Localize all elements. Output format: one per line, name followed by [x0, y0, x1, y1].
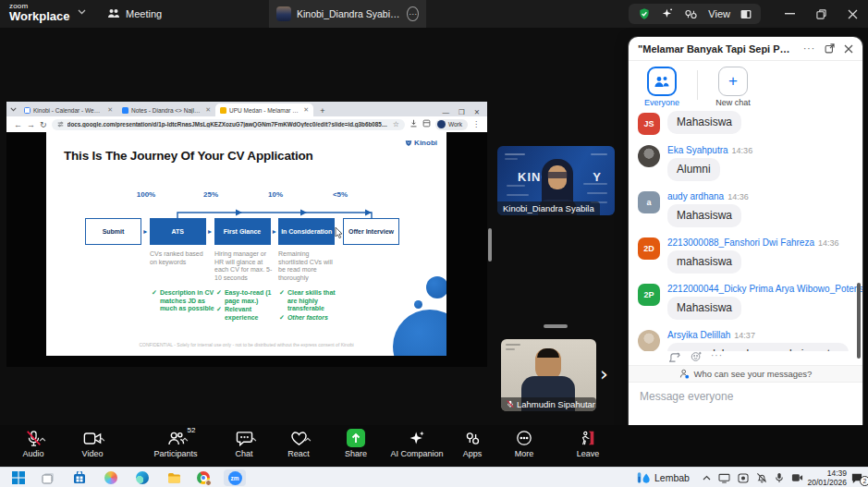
browser-tab-3[interactable]: UPU Medan - Melamar Banyak✕	[215, 103, 313, 116]
browser-back-icon[interactable]: ←	[14, 120, 22, 129]
notification-center[interactable]: 2	[850, 470, 868, 486]
more-actions-icon[interactable]: ···	[711, 351, 723, 362]
taskbar-app-edge-icon[interactable]	[131, 469, 153, 486]
control-label: More	[515, 449, 534, 458]
tab-shared-screen[interactable]: Kinobi_Diandra Syabila's screen ···	[269, 0, 426, 28]
chat-tab-everyone[interactable]: Everyone	[640, 67, 684, 107]
taskbar-app-explorer-icon[interactable]	[163, 469, 185, 486]
chat-close-icon[interactable]	[844, 44, 853, 54]
control-more[interactable]: More	[489, 429, 559, 458]
browser-minimize-icon[interactable]: —	[442, 108, 449, 116]
control-chevron-up-icon[interactable]	[98, 437, 105, 442]
chat-message: aaudy ardhana14:36Mahasiswa	[638, 189, 853, 227]
taskbar-app-store-icon[interactable]	[68, 469, 91, 486]
participants-count-badge: 52	[188, 427, 196, 434]
taskbar-clock[interactable]: 14:39 20/01/2026	[793, 469, 847, 487]
gallery-view-icon[interactable]	[684, 8, 698, 20]
chat-more-icon[interactable]: ···	[803, 43, 815, 54]
browser-url-field[interactable]: docs.google.com/presentation/d/1p-IdtcRn…	[52, 119, 405, 130]
brand-chevron-down-icon[interactable]	[78, 9, 86, 15]
video-thumbnail-diandra[interactable]: KINO Y Kinobi_Diandra Syabila	[497, 146, 615, 215]
tray-mic-icon[interactable]	[775, 472, 784, 483]
tab-close-icon[interactable]: ✕	[303, 106, 309, 114]
screen-record-icon[interactable]	[738, 473, 749, 483]
browser-restore-icon[interactable]: ❐	[458, 108, 465, 116]
chat-message-header: 2213000088_Fanshori Dwi Fahreza14:36	[667, 237, 853, 248]
add-reaction-icon[interactable]	[691, 351, 702, 362]
screen-tab-options-icon[interactable]: ···	[407, 6, 419, 21]
taskbar-weather[interactable]: Lembab	[636, 468, 690, 487]
tab-close-icon[interactable]: ✕	[205, 106, 211, 114]
browser-forward-icon[interactable]: →	[27, 120, 35, 129]
browser-tab-1[interactable]: Kinobi - Calendar - Week of 1✕	[19, 103, 117, 116]
next-videos-chevron-icon[interactable]: ›	[600, 362, 608, 385]
chat-avatar: a	[638, 191, 660, 213]
everyone-label: Everyone	[644, 98, 679, 107]
chat-avatar	[638, 145, 660, 167]
check-icon: ✓	[152, 289, 157, 313]
control-leave[interactable]: Leave	[553, 429, 623, 458]
taskbar-app-copilot-icon[interactable]	[100, 469, 122, 486]
control-share[interactable]: Share	[321, 429, 391, 458]
tray-chevron-up-icon[interactable]	[703, 475, 711, 481]
presentation-slide: Kinobi This Is The Journey Of Your CV Ap…	[46, 132, 446, 356]
tab-meeting[interactable]: Meeting	[107, 0, 162, 28]
extensions-icon[interactable]	[422, 119, 431, 129]
chat-tab-new-chat[interactable]: + New chat	[711, 67, 755, 107]
browser-menu-icon[interactable]: ⋮	[472, 120, 480, 128]
control-video[interactable]: Video	[57, 429, 128, 458]
control-participants[interactable]: 52Participants	[141, 429, 211, 458]
taskbar-app-taskview-icon[interactable]	[37, 469, 59, 486]
browser-tab-2[interactable]: Notes - Diandra <> Najla - Bri✕	[117, 103, 215, 116]
privacy-note[interactable]: Who can see your messages?	[629, 365, 862, 383]
reply-icon[interactable]	[669, 351, 681, 362]
control-chevron-up-icon[interactable]	[250, 437, 257, 442]
control-label: Chat	[235, 449, 252, 458]
message-bubble[interactable]: mahasiswa	[667, 250, 741, 274]
window-minimize-button[interactable]	[774, 0, 805, 28]
taskbar-app-start-icon[interactable]	[7, 469, 30, 486]
window-close-button[interactable]	[837, 0, 868, 28]
chat-avatar: 2D	[638, 237, 660, 260]
tab-close-icon[interactable]: ✕	[107, 106, 113, 114]
ai-sparkle-icon[interactable]	[661, 7, 674, 20]
message-bubble[interactable]: saya udah melamar pakai cv ats juga tete…	[667, 343, 849, 351]
browser-profile-chip[interactable]: Work	[435, 119, 468, 130]
checklist-item: ✓Relevant experience	[216, 306, 279, 322]
window-restore-button[interactable]	[805, 0, 837, 28]
taskbar-app-chrome-icon[interactable]	[192, 469, 214, 486]
message-bubble[interactable]: Mahasiswa	[667, 204, 741, 227]
view-layout-icon[interactable]	[740, 9, 752, 19]
taskbar-app-zoom-icon[interactable]: zm	[224, 469, 246, 486]
browser-close-icon[interactable]: ✕	[474, 108, 480, 116]
bookmark-star-icon[interactable]: ☆	[393, 120, 399, 128]
browser-scrollbar[interactable]	[488, 228, 492, 262]
notifications-off-icon[interactable]	[756, 472, 767, 483]
chat-popout-icon[interactable]	[825, 43, 835, 54]
control-label: Audio	[22, 449, 43, 458]
control-chevron-up-icon[interactable]	[39, 437, 46, 442]
message-bubble[interactable]: Alumni	[667, 158, 720, 181]
message-bubble[interactable]: Mahasiswa	[667, 297, 741, 320]
security-shield-icon[interactable]	[638, 7, 651, 20]
tab-search-chevron-icon[interactable]	[6, 102, 19, 116]
step-description: Remaining shortlisted CVs will be read m…	[278, 250, 339, 282]
browser-reload-icon[interactable]: ↻	[40, 120, 47, 129]
browser-new-tab-button[interactable]: +	[317, 105, 328, 116]
cast-display-icon[interactable]	[718, 473, 730, 483]
browser-tab-title: Kinobi - Calendar - Week of 1	[33, 107, 103, 114]
flow-arrow-icon: ▸	[141, 227, 150, 236]
site-settings-icon[interactable]	[57, 121, 64, 128]
chat-scrollbar[interactable]	[857, 283, 861, 359]
message-bubble[interactable]: Mahasiswa	[667, 111, 741, 134]
control-label: Video	[82, 449, 104, 458]
control-label: Share	[345, 449, 367, 458]
download-icon[interactable]	[410, 119, 418, 129]
video-thumbnail-lahmudin[interactable]: Lahmudin Sipahutar .	[501, 339, 596, 411]
chat-message: 2P2212000044_Dicky Prima Arya Wibowo_Pot…	[638, 282, 853, 320]
view-button-label[interactable]: View	[708, 8, 730, 19]
control-chevron-up-icon[interactable]	[304, 437, 312, 442]
control-chevron-up-icon[interactable]	[181, 437, 189, 442]
video-strip-drag-handle[interactable]	[544, 324, 568, 328]
decor-circle-medium	[426, 276, 446, 298]
